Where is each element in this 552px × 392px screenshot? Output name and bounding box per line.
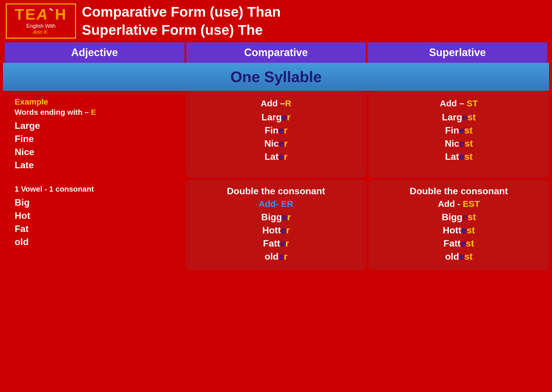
header-line2: Superlative Form (use) The — [82, 21, 546, 39]
list-item: Biggest — [376, 212, 542, 223]
logo-letter-e: E — [25, 6, 37, 23]
example-label: Example — [15, 97, 172, 107]
content-grid: Example Words ending with – E Large Fine… — [3, 93, 549, 273]
header: TEA`H English With Ann K. Comparative Fo… — [0, 0, 552, 42]
list-item: Fattest — [376, 238, 542, 249]
header-line1: Comparative Form (use) Than — [82, 3, 546, 21]
adj-card-2: 1 Vowel - 1 consonant Big Hot Fat old — [3, 180, 183, 270]
comp-add-er: Add- ER — [193, 199, 359, 209]
column-headers: Adjective Comparative Superlative — [3, 42, 549, 63]
adj-rule-1: Words ending with – E — [15, 108, 172, 117]
list-item: Largest — [376, 112, 542, 123]
col-header-superlative: Superlative — [368, 42, 547, 63]
col-header-comparative: Comparative — [186, 42, 366, 63]
sup-card-2: Double the consonant Add - EST Biggest H… — [369, 180, 549, 270]
adj-rule-highlight: E — [91, 108, 96, 117]
sup-card-1: Add – ST Largest Finest Nicest Latest — [369, 93, 549, 178]
sup-double-title: Double the consonant — [376, 186, 542, 197]
list-item: Nice — [15, 147, 172, 157]
list-item: Hotter — [193, 225, 359, 236]
list-item: Big — [15, 197, 172, 208]
list-item: Later — [193, 151, 359, 162]
sup-add-est: Add - EST — [376, 199, 542, 209]
syllable-banner-text: One Syllable — [230, 68, 322, 85]
list-item: oldest — [376, 251, 542, 262]
logo-letter-c: ` — [49, 6, 55, 23]
adj-word-list-1: Large Fine Nice Late — [15, 120, 172, 171]
header-text: Comparative Form (use) Than Superlative … — [82, 3, 546, 39]
list-item: old — [15, 237, 172, 247]
logo-letter-a: A — [37, 6, 49, 23]
list-item: Nicer — [193, 138, 359, 149]
list-item: Larger — [193, 112, 359, 123]
logo-letter-t: T — [15, 6, 25, 23]
list-item: Finest — [376, 125, 542, 136]
list-item: Fat — [15, 223, 172, 234]
list-item: Bigger — [193, 212, 359, 223]
comp-card-2: Double the consonant Add- ER Bigger Hott… — [186, 180, 366, 270]
logo-box: TEA`H English With Ann K. — [6, 4, 76, 39]
list-item: Nicest — [376, 138, 542, 149]
list-item: Fatter — [193, 238, 359, 249]
sup-add-rule-1: Add – ST — [376, 98, 542, 108]
syllable-banner: One Syllable — [3, 63, 549, 91]
vowel-title: 1 Vowel - 1 consonant — [15, 185, 172, 194]
comp-double-title: Double the consonant — [193, 186, 359, 197]
comp-card-1: Add –R Larger Finer Nicer Later — [186, 93, 366, 178]
list-item: Late — [15, 160, 172, 171]
comp-word-list-2: Bigger Hotter Fatter older — [193, 212, 359, 262]
logo-author: Ann K. — [10, 29, 72, 35]
sup-word-list-1: Largest Finest Nicest Latest — [376, 112, 542, 162]
list-item: Hottest — [376, 225, 542, 236]
comp-word-list-1: Larger Finer Nicer Later — [193, 112, 359, 162]
list-item: Fine — [15, 133, 172, 144]
list-item: Large — [15, 120, 172, 131]
sup-word-list-2: Biggest Hottest Fattest oldest — [376, 212, 542, 262]
logo-letter-h: H — [55, 6, 67, 23]
logo-title: TEA`H — [10, 7, 72, 22]
comp-add-rule-1: Add –R — [193, 98, 359, 108]
adj-word-list-2: Big Hot Fat old — [15, 197, 172, 247]
list-item: Hot — [15, 210, 172, 221]
logo-subtitle: English With — [10, 23, 72, 29]
list-item: Latest — [376, 151, 542, 162]
col-header-adjective: Adjective — [5, 42, 184, 63]
list-item: Finer — [193, 125, 359, 136]
adj-card-1: Example Words ending with – E Large Fine… — [3, 93, 183, 178]
list-item: older — [193, 251, 359, 262]
